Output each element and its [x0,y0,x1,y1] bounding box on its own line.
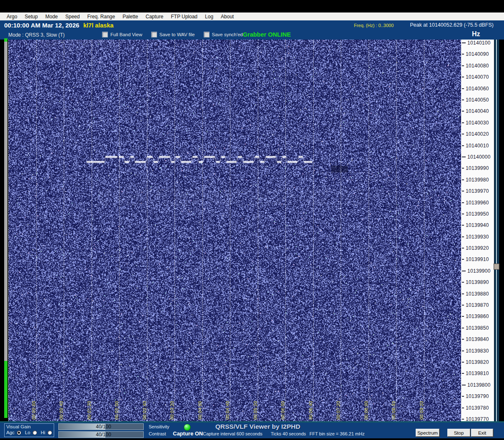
peak-readout: Peak at 10140052.629 (-75.5 dBFS) [410,22,494,28]
freq-tick-mark [462,248,464,249]
time-tick-line [64,40,64,421]
time-tick-line [36,40,37,421]
time-tick-label: 00:04:40 [225,401,230,420]
status-band: 00:10:00 AM Mar 12, 2026 kl7l alaska Fre… [0,20,504,30]
sensitivity-slider[interactable]: 40/100 [58,423,144,430]
capture-led-icon [184,424,191,431]
progress-top-marker [4,38,7,42]
freq-tick-mark [462,179,464,180]
freq-tick-mark [462,373,464,374]
freq-label: 10139970 [466,188,489,194]
freq-scale-row: 10139810 [462,370,489,376]
freq-label: 10140040 [466,108,489,114]
gain-option: Hi [41,430,52,435]
freq-range-readout: Freq. (Hz) : 0..3000 [354,23,394,28]
freq-tick-mark [462,214,464,214]
freq-label: 10140100 [467,40,491,46]
freq-tick-mark [462,134,464,134]
freq-label: 10140000 [467,154,491,160]
freq-label: 10139860 [466,313,489,319]
menu-item[interactable]: About [217,14,237,20]
freq-scale-row: 10139770 [462,416,489,421]
freq-tick-mark [462,339,464,340]
freq-tick-mark [462,225,464,226]
freq-scale-row: 10139870 [462,302,489,308]
freq-scale-row: 10139950 [462,211,489,217]
checkbox[interactable] [102,32,108,37]
menu-item[interactable]: Mode [42,14,62,20]
checkbox[interactable] [204,32,210,37]
checkbox-row: Full Band View Save to WAV file Save syn… [102,32,243,37]
time-tick-label: 00:02:00 [114,401,119,420]
freq-label: 10139880 [466,291,489,297]
menu-item[interactable]: Argo [3,14,21,20]
hz-unit-label: Hz [472,30,480,38]
freq-scale-row: 10140010 [462,143,489,149]
progress-elapsed [4,361,7,418]
freq-scale-row: 10139960 [462,200,489,206]
menu-item[interactable]: Palette [119,14,142,20]
freq-tick-mark [462,236,464,237]
checkbox-label: Save synch'ed [212,32,243,37]
freq-scale-row: 10139940 [462,222,489,228]
sensitivity-label: Sensitivity [149,424,170,429]
gain-radio-button[interactable] [17,430,21,435]
checkbox[interactable] [151,32,157,37]
freq-scale-row: 10139890 [462,279,489,285]
time-tick-label: 00:06:00 [280,401,285,420]
time-tick-line [202,40,203,421]
time-tick-label: 00:09:20 [419,401,424,420]
time-tick-label: 00:02:40 [142,401,147,420]
stop-button[interactable]: Stop [447,429,470,437]
freq-scale-row: 10140080 [462,63,489,69]
gain-option-label: Hi [41,430,45,435]
gain-radio-button[interactable] [47,430,52,435]
frequency-scale: 10140100 10140090 10140080 10140070 1014… [461,40,494,421]
freq-tick-mark [462,77,464,77]
freq-label: 10140070 [466,74,489,80]
visual-gain-options: Agc Lo Hi [6,430,52,435]
spectrum-button[interactable]: Spectrum [416,429,439,437]
freq-scale-row: 10139980 [462,177,489,183]
sensitivity-value: 40/100 [87,424,120,430]
freq-label: 10140080 [466,63,489,69]
time-tick-line [341,40,341,421]
checkbox-item: Save to WAV file [151,32,195,37]
freq-tick-mark [462,65,464,66]
freq-label: 10140090 [466,51,489,57]
time-tick-line [175,40,175,421]
time-tick-label: 00:00:40 [59,401,64,420]
freq-tick-mark [462,271,466,271]
menu-item[interactable]: Freq. Range [83,14,119,20]
time-tick-line [396,40,397,421]
freq-tick-mark [462,351,464,351]
exit-button[interactable]: Exit [471,429,493,437]
menu-item[interactable]: Log [201,14,217,20]
freq-scale-row: 10139790 [462,393,489,399]
menu-item[interactable]: Setup [21,14,41,20]
frequency-scrollbar-thumb[interactable] [494,264,499,270]
menu-item[interactable]: FTP Upload [167,14,201,20]
menu-item[interactable]: Capture [142,14,167,20]
time-tick-label: 00:08:00 [364,401,369,420]
checkbox-label: Save to WAV file [160,32,195,37]
freq-label: 10139940 [466,222,489,228]
time-tick-line [258,40,258,421]
ticks-info: Ticks 40 seconds [271,431,306,436]
freq-label: 10139790 [466,393,489,399]
time-tick-line [230,40,230,421]
contrast-slider[interactable]: 40/100 [58,431,144,438]
gain-radio-button[interactable] [32,430,37,435]
frequency-scrollbar[interactable] [494,40,499,421]
freq-label: 10139950 [466,211,489,217]
freq-label: 10139870 [466,302,489,308]
time-tick-label: 00:03:20 [170,401,175,420]
freq-label: 10139820 [466,359,489,365]
freq-tick-mark [462,396,464,397]
gain-option-label: Lo [25,430,30,435]
visual-gain-title: Visual Gain [6,424,31,429]
menu-item[interactable]: Speed [62,14,84,20]
freq-label: 10139900 [467,268,491,274]
freq-scale-row: 10140050 [462,97,489,103]
time-tick-label: 00:05:20 [253,401,258,420]
